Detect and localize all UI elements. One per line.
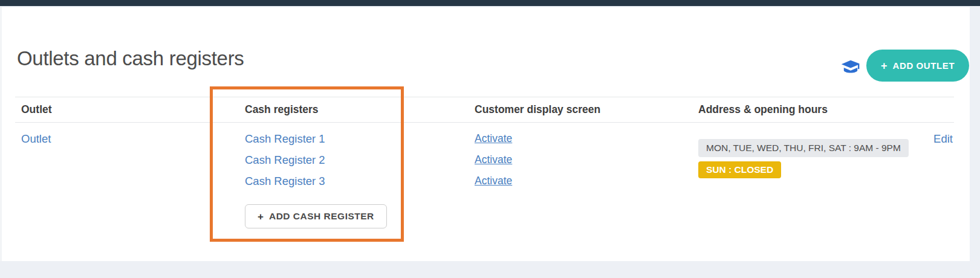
top-navigation-bar [0,0,980,6]
cash-register-1-link[interactable]: Cash Register 1 [245,132,325,146]
plus-icon: + [258,212,264,222]
activate-link-2[interactable]: Activate [475,154,512,166]
outlets-table: Outlet Cash registers Customer display s… [15,97,954,228]
sunday-closed-badge: SUN : CLOSED [698,161,781,178]
opening-hours: MON, TUE, WED, THU, FRI, SAT : 9AM - 9PM… [698,128,898,178]
graduation-cap-icon[interactable] [841,59,860,75]
edit-link[interactable]: Edit [933,132,953,146]
add-outlet-label: ADD OUTLET [893,60,955,71]
content-card: Outlets and cash registers + ADD OUTLET … [0,7,970,261]
plus-icon: + [881,60,888,71]
activate-link-3[interactable]: Activate [475,175,512,187]
table-row: Outlet Cash Register 1 Cash Register 2 C… [15,123,954,228]
column-header-address-hours: Address & opening hours [692,103,898,116]
outlet-link[interactable]: Outlet [21,132,51,146]
activate-link-1[interactable]: Activate [475,132,512,145]
table-header-row: Outlet Cash registers Customer display s… [15,97,954,123]
cash-register-3-link[interactable]: Cash Register 3 [245,175,325,188]
column-header-customer-display: Customer display screen [469,103,692,116]
add-outlet-button[interactable]: + ADD OUTLET [866,50,969,82]
add-cash-register-label: ADD CASH REGISTER [269,211,374,222]
column-header-outlet: Outlet [15,103,239,116]
page-title: Outlets and cash registers [17,47,244,70]
add-cash-register-button[interactable]: + ADD CASH REGISTER [245,204,387,228]
column-header-cash-registers: Cash registers [239,103,469,116]
cash-register-2-link[interactable]: Cash Register 2 [245,154,325,167]
weekday-hours-badge: MON, TUE, WED, THU, FRI, SAT : 9AM - 9PM [698,139,909,157]
